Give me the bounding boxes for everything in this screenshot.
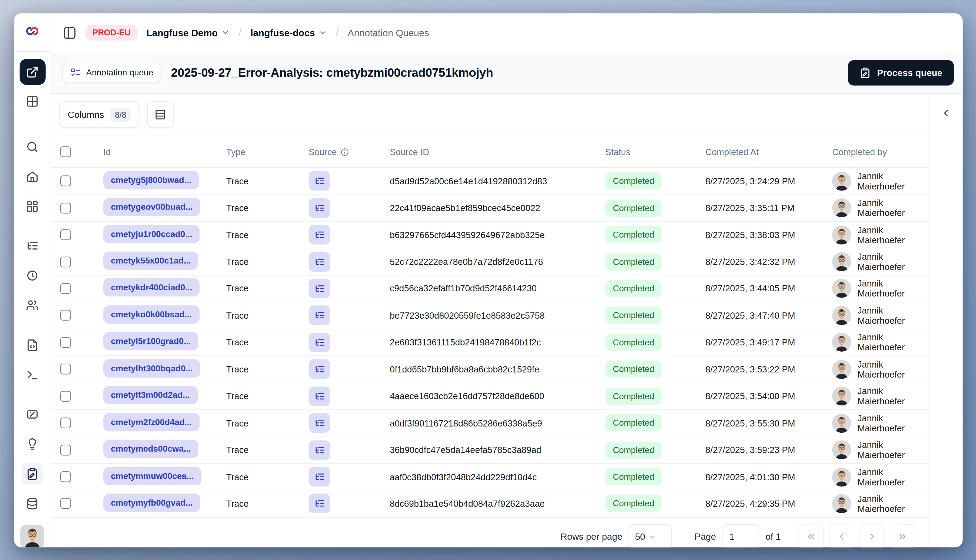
row-id-pill[interactable]: cmetyko0k00bsad... (103, 305, 199, 324)
source-trace-button[interactable] (309, 440, 330, 460)
row-checkbox[interactable] (60, 498, 71, 509)
table-row[interactable]: cmetyl5r100grad0... Trace 2e603f31361115… (52, 329, 928, 356)
row-completed-at: 8/27/2025, 3:38:03 PM (692, 230, 819, 240)
row-id-pill[interactable]: cmetymmuw00cea... (103, 467, 201, 485)
sidebar-item-users[interactable] (22, 295, 43, 316)
source-trace-button[interactable] (309, 413, 330, 433)
row-checkbox[interactable] (60, 364, 71, 375)
sidebar-item-playground[interactable] (22, 364, 43, 386)
source-trace-button[interactable] (309, 225, 330, 245)
table-row[interactable]: cmetyg5j800bwad... Trace d5ad9d52a00c6e1… (52, 168, 928, 195)
source-trace-button[interactable] (309, 171, 330, 191)
source-trace-button[interactable] (309, 360, 330, 379)
row-checkbox[interactable] (60, 283, 71, 294)
source-trace-button[interactable] (309, 332, 330, 352)
source-trace-button[interactable] (309, 467, 330, 487)
completed-by-avatar (832, 333, 851, 352)
table-row[interactable]: cmetylt3m00d2ad... Trace 4aaece1603cb2e1… (52, 383, 928, 410)
columns-button[interactable]: Columns 8/8 (59, 102, 140, 128)
row-checkbox[interactable] (60, 202, 71, 213)
sidebar-item-tracing[interactable] (22, 235, 43, 257)
row-id-pill[interactable]: cmetylht300bqad0... (103, 359, 200, 378)
row-checkbox[interactable] (60, 256, 71, 267)
table-row[interactable]: cmetymeds00cwa... Trace 36b90cdfc47e5da1… (52, 437, 928, 463)
row-completed-at: 8/27/2025, 3:47:40 PM (692, 310, 819, 320)
sidebar-item-annotation-queues[interactable] (22, 463, 43, 485)
row-id-pill[interactable]: cmetyg5j800bwad... (103, 171, 199, 189)
table-row[interactable]: cmetygeov00buad... Trace 22c41f09acae5b1… (52, 195, 928, 222)
table-row[interactable]: cmetyk55x00c1ad... Trace 52c72c2222ea78e… (52, 248, 928, 275)
sidebar-item-datasets[interactable] (22, 493, 43, 515)
row-id-pill[interactable]: cmetyju1r00ccad0... (103, 225, 200, 243)
column-header-completed-at[interactable]: Completed At (692, 147, 819, 157)
table-row[interactable]: cmetym2fz00d4ad... Trace a0df3f901167218… (52, 410, 928, 437)
first-page-button[interactable] (799, 524, 824, 547)
source-trace-button[interactable] (309, 252, 330, 272)
row-id-pill[interactable]: cmetyl5r100grad0... (103, 332, 199, 350)
row-id-pill[interactable]: cmetylt3m00d2ad... (103, 386, 197, 404)
row-id-pill[interactable]: cmetygeov00buad... (103, 198, 200, 216)
row-checkbox[interactable] (60, 230, 71, 240)
table-row[interactable]: cmetyju1r00ccad0... Trace b63297665cfd44… (52, 222, 928, 248)
row-checkbox[interactable] (60, 176, 71, 187)
user-avatar[interactable] (20, 524, 44, 547)
row-completed-at: 8/27/2025, 3:54:00 PM (692, 391, 819, 402)
sidebar-item-home[interactable] (22, 166, 43, 188)
source-trace-button[interactable] (309, 494, 330, 513)
source-trace-button[interactable] (309, 386, 330, 406)
row-checkbox[interactable] (60, 391, 71, 402)
select-all-checkbox[interactable] (60, 147, 71, 157)
row-checkbox[interactable] (60, 472, 71, 482)
sidebar-item-insights[interactable] (22, 433, 43, 455)
table-row[interactable]: cmetykdr400ciad0... Trace c9d56ca32efaff… (52, 275, 928, 302)
column-header-id[interactable]: Id (90, 147, 214, 157)
sidebar-item-evaluation[interactable] (22, 403, 43, 425)
column-header-status[interactable]: Status (592, 147, 692, 157)
row-checkbox[interactable] (60, 445, 71, 455)
next-page-button[interactable] (859, 524, 885, 547)
database-icon (26, 497, 38, 510)
row-id-pill[interactable]: cmetykdr400ciad0... (103, 278, 200, 297)
last-page-button[interactable] (890, 524, 915, 547)
table-row[interactable]: cmetyko0k00bsad... Trace be7723e30d80205… (52, 302, 928, 329)
table-row[interactable]: cmetymmuw00cea... Trace aaf0c38db0f3f204… (52, 463, 928, 490)
sidebar-item-table-view[interactable] (22, 90, 43, 112)
panel-collapse-chevron-icon[interactable] (940, 108, 951, 118)
lightbulb-icon (26, 438, 38, 450)
sidebar (14, 52, 52, 547)
row-checkbox[interactable] (60, 310, 71, 321)
row-completed-at: 8/27/2025, 3:24:29 PM (692, 176, 819, 186)
rows-per-page-select[interactable]: 50 (629, 524, 672, 547)
column-header-source[interactable]: Source (296, 147, 377, 157)
sidebar-item-prompts[interactable] (22, 335, 43, 356)
page-number-input[interactable]: 1 (722, 524, 759, 547)
row-height-button[interactable] (147, 102, 174, 128)
row-completed-by: Jannik Maierhoefer (858, 332, 928, 352)
completed-by-avatar (832, 279, 851, 298)
breadcrumb-org[interactable]: Langfuse Demo (146, 27, 230, 38)
source-trace-button[interactable] (309, 306, 330, 325)
column-header-source-id[interactable]: Source ID (377, 147, 592, 157)
breadcrumb-project[interactable]: langfuse-docs (250, 27, 327, 38)
sidebar-item-dashboards[interactable] (22, 196, 43, 217)
table-row[interactable]: cmetylht300bqad0... Trace 0f1dd65b7bb9bf… (52, 356, 928, 383)
column-header-completed-by[interactable]: Completed by (819, 147, 928, 157)
column-header-type[interactable]: Type (214, 147, 296, 157)
sidebar-item-open-external[interactable] (19, 59, 45, 85)
sidebar-item-search[interactable] (22, 136, 43, 158)
source-trace-button[interactable] (309, 198, 330, 218)
previous-page-button[interactable] (829, 524, 854, 547)
row-id-pill[interactable]: cmetymeds00cwa... (103, 440, 199, 458)
row-id-pill[interactable]: cmetymyfb00gvad... (103, 493, 200, 512)
row-id-pill[interactable]: cmetyk55x00c1ad... (103, 252, 199, 270)
process-queue-button[interactable]: Process queue (848, 60, 954, 85)
breadcrumb-page[interactable]: Annotation Queues (348, 27, 429, 38)
row-id-pill[interactable]: cmetym2fz00d4ad... (103, 413, 199, 432)
list-tree-icon (314, 310, 325, 321)
table-row[interactable]: cmetymyfb00gvad... Trace 8dc69b1ba1e540b… (52, 490, 928, 517)
source-trace-button[interactable] (309, 278, 330, 298)
sidebar-item-sessions[interactable] (22, 265, 43, 287)
row-checkbox[interactable] (60, 418, 71, 428)
panel-left-toggle-icon[interactable] (63, 26, 77, 40)
row-checkbox[interactable] (60, 337, 71, 348)
